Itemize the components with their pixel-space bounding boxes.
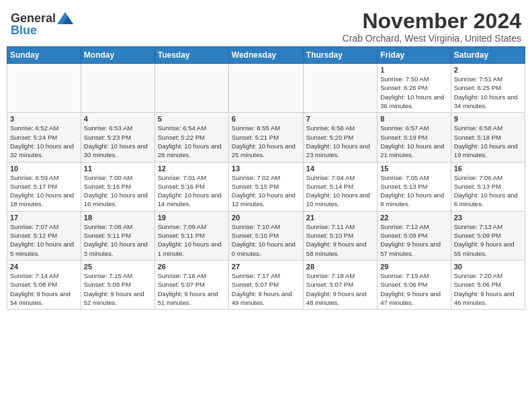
day-number: 20 [232, 214, 300, 222]
logo-general-text: General [11, 12, 56, 24]
day-number: 10 [10, 165, 78, 173]
day-number: 23 [454, 214, 522, 222]
day-info: Sunrise: 7:12 AM Sunset: 5:09 PM Dayligh… [380, 222, 447, 258]
day-info: Sunrise: 6:55 AM Sunset: 5:21 PM Dayligh… [232, 124, 300, 159]
day-number: 13 [232, 165, 300, 173]
calendar-cell: 23Sunrise: 7:13 AM Sunset: 5:09 PM Dayli… [451, 211, 525, 260]
day-number: 16 [454, 165, 522, 173]
calendar-cell: 11Sunrise: 7:00 AM Sunset: 5:16 PM Dayli… [81, 162, 154, 211]
day-info: Sunrise: 6:53 AM Sunset: 5:23 PM Dayligh… [84, 124, 152, 159]
day-number: 9 [454, 115, 522, 123]
calendar-cell: 25Sunrise: 7:15 AM Sunset: 5:08 PM Dayli… [81, 260, 154, 309]
day-number: 12 [158, 165, 226, 173]
calendar-week-5: 24Sunrise: 7:14 AM Sunset: 5:08 PM Dayli… [7, 260, 525, 309]
calendar-cell: 15Sunrise: 7:05 AM Sunset: 5:13 PM Dayli… [378, 162, 451, 211]
day-info: Sunrise: 6:58 AM Sunset: 5:18 PM Dayligh… [454, 124, 522, 159]
day-header-monday: Monday [81, 47, 154, 64]
calendar-header-row: SundayMondayTuesdayWednesdayThursdayFrid… [7, 47, 525, 64]
day-info: Sunrise: 6:54 AM Sunset: 5:22 PM Dayligh… [158, 124, 226, 159]
day-info: Sunrise: 7:50 AM Sunset: 6:26 PM Dayligh… [380, 75, 447, 110]
calendar-cell: 10Sunrise: 6:59 AM Sunset: 5:17 PM Dayli… [7, 162, 81, 211]
calendar-cell [154, 64, 228, 113]
day-number: 28 [306, 263, 374, 271]
day-number: 24 [10, 263, 78, 271]
logo-icon [57, 12, 73, 24]
day-info: Sunrise: 7:00 AM Sunset: 5:16 PM Dayligh… [84, 173, 152, 209]
day-number: 4 [84, 115, 152, 123]
calendar-cell: 8Sunrise: 6:57 AM Sunset: 5:19 PM Daylig… [378, 113, 451, 162]
calendar-cell: 21Sunrise: 7:11 AM Sunset: 5:10 PM Dayli… [303, 211, 377, 260]
day-number: 15 [380, 165, 447, 173]
calendar-cell: 30Sunrise: 7:20 AM Sunset: 5:06 PM Dayli… [451, 260, 525, 309]
day-number: 30 [454, 263, 522, 271]
calendar-cell: 28Sunrise: 7:18 AM Sunset: 5:07 PM Dayli… [303, 260, 377, 309]
logo: General Blue [11, 12, 73, 36]
day-number: 21 [306, 214, 374, 222]
calendar-cell: 7Sunrise: 6:56 AM Sunset: 5:20 PM Daylig… [303, 113, 377, 162]
calendar-cell: 16Sunrise: 7:06 AM Sunset: 5:13 PM Dayli… [451, 162, 525, 211]
day-number: 14 [306, 165, 374, 173]
day-number: 2 [454, 66, 522, 74]
day-number: 17 [10, 214, 78, 222]
calendar-cell [7, 64, 81, 113]
day-info: Sunrise: 7:18 AM Sunset: 5:07 PM Dayligh… [306, 271, 374, 307]
day-info: Sunrise: 7:08 AM Sunset: 5:11 PM Dayligh… [84, 222, 152, 258]
day-header-sunday: Sunday [7, 47, 81, 64]
page-header: General Blue November 2024 Crab Orchard,… [7, 7, 525, 44]
calendar-cell: 26Sunrise: 7:16 AM Sunset: 5:07 PM Dayli… [154, 260, 228, 309]
day-info: Sunrise: 7:10 AM Sunset: 5:10 PM Dayligh… [232, 222, 300, 258]
day-number: 29 [380, 263, 447, 271]
logo-blue-text: Blue [11, 24, 37, 36]
calendar-week-3: 10Sunrise: 6:59 AM Sunset: 5:17 PM Dayli… [7, 162, 525, 211]
calendar-cell [81, 64, 154, 113]
day-info: Sunrise: 6:56 AM Sunset: 5:20 PM Dayligh… [306, 124, 374, 159]
calendar-cell: 5Sunrise: 6:54 AM Sunset: 5:22 PM Daylig… [154, 113, 228, 162]
calendar-cell: 4Sunrise: 6:53 AM Sunset: 5:23 PM Daylig… [81, 113, 154, 162]
day-number: 11 [84, 165, 152, 173]
calendar-cell [228, 64, 303, 113]
day-number: 18 [84, 214, 152, 222]
day-number: 1 [380, 66, 447, 74]
calendar-cell: 22Sunrise: 7:12 AM Sunset: 5:09 PM Dayli… [378, 211, 451, 260]
day-number: 27 [232, 263, 300, 271]
day-number: 6 [232, 115, 300, 123]
day-info: Sunrise: 7:07 AM Sunset: 5:12 PM Dayligh… [10, 222, 78, 258]
calendar-week-1: 1Sunrise: 7:50 AM Sunset: 6:26 PM Daylig… [7, 64, 525, 113]
calendar-cell: 27Sunrise: 7:17 AM Sunset: 5:07 PM Dayli… [228, 260, 303, 309]
calendar-cell: 9Sunrise: 6:58 AM Sunset: 5:18 PM Daylig… [451, 113, 525, 162]
day-info: Sunrise: 6:57 AM Sunset: 5:19 PM Dayligh… [380, 124, 447, 159]
location-title: Crab Orchard, West Virginia, United Stat… [343, 33, 521, 44]
calendar-table: SundayMondayTuesdayWednesdayThursdayFrid… [7, 46, 525, 310]
calendar-cell: 2Sunrise: 7:51 AM Sunset: 6:25 PM Daylig… [451, 64, 525, 113]
calendar-cell: 17Sunrise: 7:07 AM Sunset: 5:12 PM Dayli… [7, 211, 81, 260]
day-info: Sunrise: 7:14 AM Sunset: 5:08 PM Dayligh… [10, 271, 78, 307]
day-number: 22 [380, 214, 447, 222]
day-header-wednesday: Wednesday [228, 47, 303, 64]
day-info: Sunrise: 7:16 AM Sunset: 5:07 PM Dayligh… [158, 271, 226, 307]
day-info: Sunrise: 7:06 AM Sunset: 5:13 PM Dayligh… [454, 173, 522, 209]
calendar-cell: 18Sunrise: 7:08 AM Sunset: 5:11 PM Dayli… [81, 211, 154, 260]
day-number: 8 [380, 115, 447, 123]
day-info: Sunrise: 7:17 AM Sunset: 5:07 PM Dayligh… [232, 271, 300, 307]
day-number: 26 [158, 263, 226, 271]
day-info: Sunrise: 7:51 AM Sunset: 6:25 PM Dayligh… [454, 75, 522, 110]
day-info: Sunrise: 7:04 AM Sunset: 5:14 PM Dayligh… [306, 173, 374, 209]
day-number: 3 [10, 115, 78, 123]
day-number: 5 [158, 115, 226, 123]
day-number: 25 [84, 263, 152, 271]
day-header-friday: Friday [378, 47, 451, 64]
calendar-week-4: 17Sunrise: 7:07 AM Sunset: 5:12 PM Dayli… [7, 211, 525, 260]
day-info: Sunrise: 7:13 AM Sunset: 5:09 PM Dayligh… [454, 222, 522, 258]
calendar-cell: 20Sunrise: 7:10 AM Sunset: 5:10 PM Dayli… [228, 211, 303, 260]
day-info: Sunrise: 7:11 AM Sunset: 5:10 PM Dayligh… [306, 222, 374, 258]
calendar-cell: 1Sunrise: 7:50 AM Sunset: 6:26 PM Daylig… [378, 64, 451, 113]
day-info: Sunrise: 7:19 AM Sunset: 5:06 PM Dayligh… [380, 271, 447, 307]
day-info: Sunrise: 7:15 AM Sunset: 5:08 PM Dayligh… [84, 271, 152, 307]
day-info: Sunrise: 7:01 AM Sunset: 5:16 PM Dayligh… [158, 173, 226, 209]
day-header-saturday: Saturday [451, 47, 525, 64]
day-info: Sunrise: 7:02 AM Sunset: 5:15 PM Dayligh… [232, 173, 300, 209]
day-header-thursday: Thursday [303, 47, 377, 64]
calendar-cell: 3Sunrise: 6:52 AM Sunset: 5:24 PM Daylig… [7, 113, 81, 162]
title-section: November 2024 Crab Orchard, West Virgini… [343, 9, 521, 44]
day-info: Sunrise: 7:09 AM Sunset: 5:11 PM Dayligh… [158, 222, 226, 258]
